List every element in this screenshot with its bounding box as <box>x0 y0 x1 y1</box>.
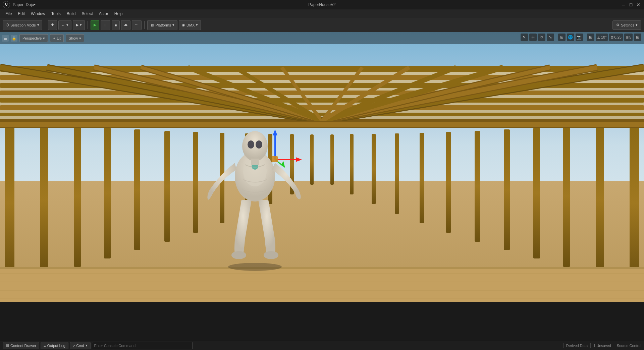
viewport-scene: ☰ 🔒 Perspective ▾ ● Lit Show ▾ ↖ ✛ ↻ ⤡ <box>0 32 644 302</box>
grid-snap-icon[interactable]: ⊞ <box>587 34 594 41</box>
menu-help[interactable]: Help <box>112 11 125 17</box>
layout-icon[interactable]: ⊞ <box>634 34 641 41</box>
svg-rect-34 <box>134 129 140 250</box>
svg-rect-48 <box>446 132 451 233</box>
rotate-icon[interactable]: ↻ <box>538 34 545 41</box>
play-icon: ▶ <box>94 23 96 27</box>
svg-rect-47 <box>475 131 480 242</box>
dropdown-icon: ▾ <box>37 23 39 27</box>
svg-rect-31 <box>40 124 48 275</box>
pause-icon: ⏸ <box>104 23 107 27</box>
perspective-label: Perspective <box>22 36 42 40</box>
status-bar: ▤ Content Drawer ≡ Output Log > Cmd ▾ De… <box>0 341 644 350</box>
platforms-dropdown: ▾ <box>172 23 174 27</box>
status-divider-2 <box>590 343 591 348</box>
eject-icon: ⏏ <box>124 23 127 27</box>
viewport-lock-icon[interactable]: 🔒 <box>11 35 17 42</box>
menu-build[interactable]: Build <box>64 11 78 17</box>
content-drawer-label: Content Drawer <box>10 344 36 348</box>
output-log-button[interactable]: ≡ Output Log <box>41 342 68 349</box>
close-button[interactable]: ✕ <box>635 2 641 8</box>
svg-rect-43 <box>596 124 604 275</box>
dmx-icon: ◉ <box>182 23 185 27</box>
drawer-icon: ▤ <box>6 343 9 348</box>
menu-tools[interactable]: Tools <box>49 11 63 17</box>
console-input[interactable] <box>92 342 193 349</box>
svg-point-70 <box>256 140 262 149</box>
show-button[interactable]: Show ▾ <box>66 34 85 42</box>
settings-button[interactable]: ⚙ Settings ▾ <box>612 20 641 30</box>
svg-point-69 <box>248 140 254 149</box>
settings-label: Settings <box>621 23 634 27</box>
anim-icon: ▶ <box>76 23 78 27</box>
svg-rect-32 <box>74 126 81 267</box>
transform-dropdown: ▾ <box>66 23 68 27</box>
perspective-button[interactable]: Perspective ▾ <box>19 34 48 42</box>
viewport[interactable]: ☰ 🔒 Perspective ▾ ● Lit Show ▾ ↖ ✛ ↻ ⤡ <box>0 32 644 302</box>
svg-rect-36 <box>193 132 198 233</box>
scale-icon[interactable]: ⤡ <box>547 34 554 41</box>
anim-dropdown: ▾ <box>80 23 82 27</box>
svg-rect-41 <box>310 134 314 185</box>
svg-rect-49 <box>420 133 424 223</box>
cmd-button[interactable]: > Cmd ▾ <box>70 342 91 349</box>
source-control-label: Source Control <box>617 344 641 348</box>
svg-marker-74 <box>296 157 302 162</box>
svg-rect-44 <box>563 126 570 267</box>
svg-rect-53 <box>330 134 334 185</box>
unsaved-label: 1 Unsaved <box>593 344 611 348</box>
eject-button[interactable]: ⏏ <box>121 20 130 30</box>
stop-icon: ■ <box>115 23 117 27</box>
dmx-button[interactable]: ◉ DMX ▾ <box>179 20 201 30</box>
lit-dot: ● <box>53 36 55 40</box>
separator-2 <box>88 21 88 29</box>
play-more-button[interactable]: ⋯ <box>132 20 142 30</box>
svg-rect-77 <box>272 156 278 162</box>
platforms-button[interactable]: 🖥 Platforms ▾ <box>147 20 177 30</box>
menu-edit[interactable]: Edit <box>15 11 28 17</box>
cursor-icon: ⬡ <box>6 23 9 27</box>
maximize-button[interactable]: □ <box>628 2 634 8</box>
move-icon[interactable]: ✛ <box>529 34 537 41</box>
lit-label: Lit <box>57 36 61 40</box>
menu-window[interactable]: Window <box>28 11 48 17</box>
svg-rect-42 <box>630 123 639 284</box>
svg-marker-72 <box>273 129 277 135</box>
content-drawer-button[interactable]: ▤ Content Drawer <box>3 342 39 349</box>
minimize-button[interactable]: – <box>621 2 627 8</box>
selection-mode-button[interactable]: ⬡ Selection Mode ▾ <box>3 20 42 30</box>
add-button[interactable]: ✚ <box>48 20 57 30</box>
separator-3 <box>144 21 145 29</box>
num-group[interactable]: ⊞ 5 <box>624 34 633 41</box>
title-bar-controls: – □ ✕ <box>621 2 641 8</box>
svg-rect-33 <box>104 128 111 258</box>
project-name: Paper_Dojo• <box>13 2 36 7</box>
pause-button[interactable]: ⏸ <box>101 20 110 30</box>
svg-rect-45 <box>533 128 540 258</box>
separator-1 <box>45 21 45 29</box>
menu-file[interactable]: File <box>3 11 14 17</box>
svg-point-78 <box>228 263 282 271</box>
play-button[interactable]: ▶ <box>91 20 99 30</box>
menu-actor[interactable]: Actor <box>96 11 111 17</box>
anim-group[interactable]: ▶ ▾ <box>73 20 85 30</box>
scale-group[interactable]: ⊠ 0.25 <box>609 34 623 41</box>
svg-rect-46 <box>504 129 510 250</box>
status-divider-1 <box>563 343 564 348</box>
title-bar: U Paper_Dojo• PaperHouseV2 – □ ✕ <box>0 0 644 9</box>
globe-icon[interactable]: 🌐 <box>567 34 574 41</box>
svg-rect-50 <box>395 133 399 214</box>
svg-rect-35 <box>164 131 170 242</box>
stop-button[interactable]: ■ <box>112 20 120 30</box>
menu-select[interactable]: Select <box>79 11 95 17</box>
angle-group[interactable]: ∠ 10° <box>596 34 608 41</box>
transform-group[interactable]: ↔ ▾ <box>58 20 71 30</box>
show-label: Show <box>69 36 78 40</box>
status-divider-3 <box>614 343 614 348</box>
lit-button[interactable]: ● Lit <box>50 34 63 42</box>
viewport-menu-icon[interactable]: ☰ <box>2 35 9 42</box>
camera-icon[interactable]: 📷 <box>576 34 583 41</box>
grid-icon[interactable]: ⊞ <box>558 34 566 41</box>
bamboo-structure <box>0 32 644 302</box>
select-icon[interactable]: ↖ <box>521 34 528 41</box>
